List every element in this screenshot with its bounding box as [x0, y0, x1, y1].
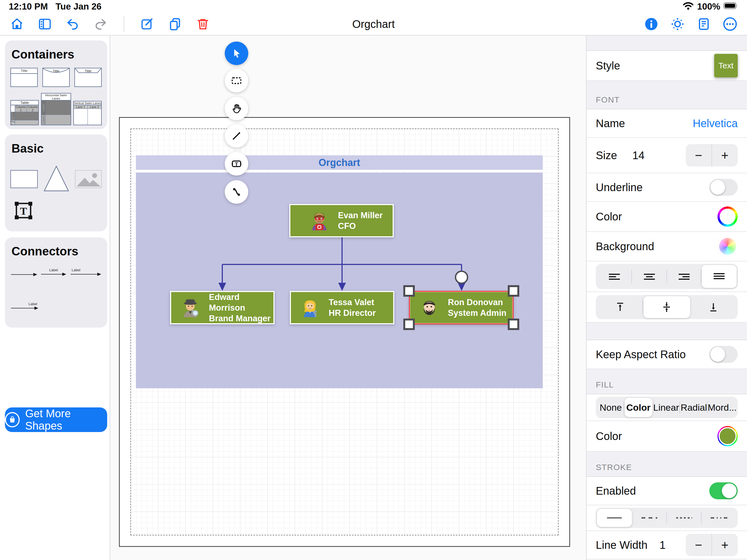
line-width-stepper[interactable]: − +	[686, 534, 738, 556]
resize-handle-top-left[interactable]	[403, 285, 415, 297]
connector-label-center[interactable]: Label	[41, 268, 66, 278]
font-color-label: Color	[596, 210, 622, 223]
pan-tool-button[interactable]	[225, 97, 248, 120]
font-name-value[interactable]: Helvetica	[693, 117, 738, 130]
sidebar-toggle-button[interactable]	[37, 17, 52, 32]
appearance-button[interactable]	[670, 17, 685, 32]
shape-image-placeholder[interactable]	[75, 170, 102, 188]
fill-type-segmented: None Color Linear Radial Mord...	[596, 397, 738, 418]
redo-button[interactable]	[93, 17, 108, 32]
org-node-tessa-valet[interactable]: Tessa Valet HR Director	[290, 291, 394, 324]
fill-more-button[interactable]: Mord...	[707, 398, 737, 417]
fill-radial-button[interactable]: Radial	[680, 398, 707, 417]
vertical-align-segmented	[596, 295, 738, 319]
align-center-button[interactable]	[632, 265, 667, 288]
underline-toggle[interactable]	[709, 179, 738, 196]
duplicate-button[interactable]	[168, 17, 183, 32]
font-background-label: Background	[596, 240, 654, 253]
stroke-dotted-button[interactable]	[667, 509, 702, 527]
notes-button[interactable]	[696, 17, 712, 32]
align-right-button[interactable]	[667, 265, 702, 288]
valign-middle-button[interactable]	[643, 296, 690, 318]
stroke-dashed-button[interactable]	[632, 509, 667, 527]
status-time: 12:10 PM	[9, 1, 48, 12]
fill-linear-button[interactable]: Linear	[652, 398, 680, 417]
resize-handle-top-right[interactable]	[508, 285, 519, 297]
fill-none-button[interactable]: None	[597, 398, 624, 417]
shape-horizontal-swim-lanes[interactable]: Horizontal Swim Lanes Lane 1 Lane 2	[41, 93, 71, 125]
org-node-edward-morrison[interactable]: Edward Morrison Brand Manager	[170, 291, 275, 324]
stroke-enabled-toggle[interactable]	[709, 482, 738, 499]
stroke-solid-button[interactable]	[597, 509, 632, 527]
line-width-increase-button[interactable]: +	[712, 534, 738, 556]
shape-text[interactable]: T	[14, 201, 107, 221]
fill-type-row: None Color Linear Radial Mord...	[587, 394, 747, 421]
wifi-icon	[682, 1, 694, 12]
align-left-button[interactable]	[597, 265, 632, 288]
shape-table[interactable]: Table Column 1 Column 2 Row 1 Row 2	[10, 100, 39, 125]
select-tool-button[interactable]	[225, 42, 248, 65]
shape-vertical-swim-lanes[interactable]: Vertical Swim Lanes Lane 1 Lane 2	[73, 101, 102, 125]
font-size-decrease-button[interactable]: −	[686, 144, 712, 167]
connector-label-end[interactable]: Label	[11, 302, 38, 311]
font-size-increase-button[interactable]: +	[712, 144, 738, 167]
align-justify-button[interactable]	[702, 265, 737, 288]
underline-label: Underline	[596, 181, 643, 194]
basic-section: Basic T	[5, 134, 107, 231]
get-more-shapes-button[interactable]: Get More Shapes	[5, 407, 107, 432]
org-node-name: Tessa Valet	[329, 297, 376, 308]
text-tool-button[interactable]: T	[225, 152, 248, 176]
containers-section: Containers Title Title Title Table	[5, 41, 107, 129]
marquee-tool-button[interactable]	[225, 69, 248, 93]
shopping-bag-icon	[5, 412, 20, 427]
font-size-stepper[interactable]: − +	[686, 144, 738, 167]
resize-handle-bottom-left[interactable]	[403, 319, 415, 330]
style-preset-chip[interactable]: Text	[714, 54, 738, 77]
canvas[interactable]: Orgchart Evan Mi	[110, 35, 586, 560]
orgchart-container-title[interactable]: Orgchart	[136, 155, 543, 171]
line-width-value: 1	[660, 539, 666, 551]
orgchart-container[interactable]: Orgchart	[136, 155, 543, 388]
shape-rectangle[interactable]	[10, 170, 38, 188]
resize-handle-bottom-right[interactable]	[508, 319, 519, 330]
org-node-title: CFO	[338, 221, 383, 231]
org-node-name: Evan Miller	[338, 210, 383, 221]
connector-tool-button[interactable]	[225, 180, 248, 204]
fill-color-button[interactable]: Color	[624, 398, 652, 417]
font-name-row: Name Helvetica	[587, 109, 747, 138]
delete-button[interactable]	[195, 17, 210, 32]
shape-triangle[interactable]	[43, 165, 70, 193]
shape-container-curved[interactable]: Title	[42, 68, 70, 87]
fill-color-swatch[interactable]	[718, 426, 738, 446]
org-node-evan-miller[interactable]: Evan Miller CFO	[289, 204, 394, 237]
info-button[interactable]	[644, 17, 659, 32]
more-button[interactable]	[722, 17, 738, 32]
connector-label-start[interactable]: Label	[71, 268, 101, 278]
draw-tool-button[interactable]	[225, 124, 248, 148]
shape-container-chevron[interactable]: Title	[74, 68, 102, 87]
org-node-name: Ron Donovan	[448, 297, 506, 308]
undo-button[interactable]	[65, 17, 80, 32]
status-bar: 12:10 PM Tue Jan 26 100%	[0, 0, 747, 13]
org-node-ron-donovan[interactable]: Ron Donovan System Admin	[409, 291, 514, 324]
font-color-swatch[interactable]	[718, 206, 738, 227]
stroke-dash-dot-button[interactable]	[702, 509, 737, 527]
vertical-align-row	[587, 292, 747, 323]
keep-aspect-ratio-toggle[interactable]	[709, 346, 738, 363]
line-width-decrease-button[interactable]: −	[686, 534, 712, 556]
font-background-swatch[interactable]	[718, 236, 738, 256]
app-window: 12:10 PM Tue Jan 26 100% Orgchart	[0, 0, 747, 560]
connector-plain[interactable]	[11, 272, 37, 278]
keep-aspect-ratio-label: Keep Aspect Ratio	[596, 348, 686, 361]
stroke-style-segmented	[596, 508, 738, 528]
compose-button[interactable]	[139, 17, 155, 32]
valign-top-button[interactable]	[597, 296, 643, 318]
text-align-segmented	[596, 264, 738, 289]
valign-bottom-button[interactable]	[690, 296, 737, 318]
battery-percent: 100%	[697, 1, 720, 12]
home-button[interactable]	[9, 17, 25, 32]
status-date: Tue Jan 26	[55, 1, 101, 12]
containers-heading: Containers	[5, 41, 107, 61]
org-node-title: Brand Manager	[209, 313, 274, 324]
shape-container-plain[interactable]: Title	[10, 68, 38, 87]
